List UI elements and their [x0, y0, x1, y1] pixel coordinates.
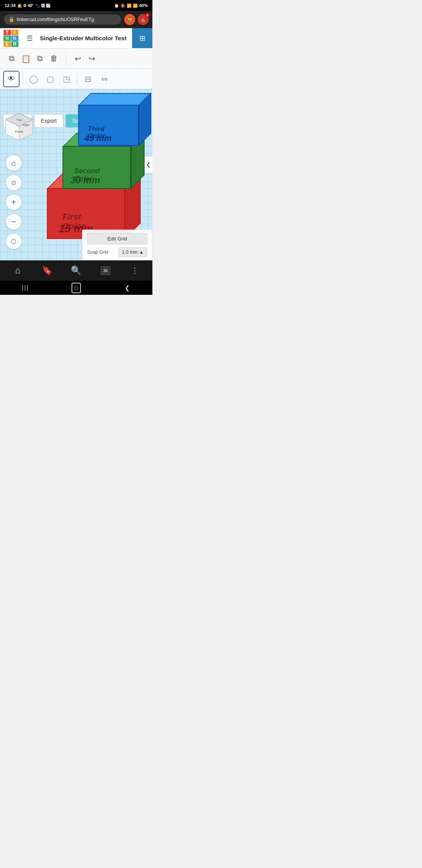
fit-view-button[interactable]: ⊡	[5, 174, 22, 191]
url-text: tinkercad.com/things/bUOSRFeuETg	[17, 17, 94, 22]
home-button-icon: ○	[72, 283, 81, 293]
logo-letter-n: N	[4, 36, 11, 41]
eye-icon: 👁	[8, 75, 15, 83]
project-title-text: Single-Extruder Multicolor Test	[40, 35, 126, 41]
snap-grid-label: Snap Grid	[87, 249, 108, 255]
duplicate-button[interactable]: ⧉	[33, 52, 47, 66]
media-icons: 🐾 🖼 🔄	[35, 4, 51, 8]
home-nav-icon: ⌂	[15, 265, 20, 276]
perspective-icon: ⬡	[11, 238, 16, 245]
3d-boxes-scene: FirstColor 15 mm SecondColor 30 mm Third…	[39, 90, 152, 239]
lock-icon: 🔒	[9, 17, 14, 22]
zoom-out-icon: −	[11, 217, 16, 226]
shape-icon: ◯	[29, 74, 38, 84]
status-left: 12:34 🔔 ⚙ 48° 🐾 🖼 🔄	[5, 3, 50, 8]
tinkercad-logo: T I N K E R	[0, 28, 22, 48]
redo-icon: ↪	[89, 54, 95, 63]
svg-text:Top: Top	[16, 118, 22, 122]
duplicate-icon: ⧉	[37, 54, 43, 63]
cube-navigator[interactable]: Front Right Top	[2, 111, 37, 146]
alarm-icon: ⏰	[114, 4, 119, 8]
grid-view-icon: ⊞	[139, 34, 145, 43]
adblocker-button[interactable]: △ 5	[138, 14, 148, 25]
snap-grid-row: Snap Grid 1.0 mm ▲	[87, 247, 147, 257]
bottom-nav: ⌂ 🔖 🔍 36 ⋮	[0, 260, 152, 281]
browser-bar: 🔒 tinkercad.com/things/bUOSRFeuETg 🦁 △ 5	[0, 11, 152, 28]
paste-icon: 📋	[21, 54, 31, 63]
browser-right: 🦁 △ 5	[124, 14, 148, 25]
view-separator	[23, 73, 23, 85]
nav-bookmark-button[interactable]: 🔖	[38, 261, 56, 280]
recent-apps-button[interactable]: |||	[14, 281, 37, 295]
back-button[interactable]: ❮	[115, 281, 139, 295]
copy-icon: ⧉	[9, 54, 14, 63]
logo-letter-i: I	[11, 30, 19, 35]
mirror-button[interactable]: ⇔	[97, 72, 112, 86]
nav-more-button[interactable]: ⋮	[125, 261, 144, 280]
home-row: ||| ○ ❮	[0, 281, 152, 295]
bookmark-icon: 🔖	[42, 265, 52, 276]
home-view-button[interactable]: ⌂	[5, 155, 22, 171]
zoom-in-icon: +	[11, 198, 16, 207]
align-icon: ⊟	[85, 74, 91, 84]
copy-button[interactable]: ⧉	[5, 52, 19, 66]
status-bar: 12:34 🔔 ⚙ 48° 🐾 🖼 🔄 ⏰ 🔇 📶 📶 40%	[0, 0, 152, 11]
logo-letter-k: K	[11, 36, 19, 41]
tabs-count-badge: 36	[101, 266, 110, 275]
box-blue-container: ThirdColor 45 mm	[78, 101, 150, 146]
brave-browser-icon[interactable]: 🦁	[124, 14, 135, 25]
grid-controls-panel: Edit Grid Snap Grid 1.0 mm ▲	[82, 230, 152, 260]
mirror-icon: ⇔	[101, 74, 108, 84]
nav-home-button[interactable]: ⌂	[8, 261, 27, 280]
project-title: Single-Extruder Multicolor Test	[38, 28, 132, 48]
nav-tabs-button[interactable]: 36	[96, 261, 115, 280]
shape-mode-button[interactable]: ◯	[26, 72, 41, 86]
undo-icon: ↩	[75, 54, 81, 63]
nav-search-button[interactable]: 🔍	[67, 261, 86, 280]
snap-value-text: 1.0 mm	[122, 249, 138, 255]
signal-icon: 📶	[133, 4, 138, 8]
zoom-controls: ⌂ ⊡ + − ⬡	[5, 155, 22, 249]
history-tools-group: ↩ ↪	[71, 52, 104, 66]
redo-button[interactable]: ↪	[85, 52, 99, 66]
wifi-icon: 📶	[127, 4, 131, 8]
view-mode-button[interactable]: 👁	[3, 71, 20, 87]
mute-icon: 🔇	[120, 4, 125, 8]
view-tools-bar: 👁 ◯ ▢ ◳ ⊟ ⇔	[0, 69, 152, 89]
group-button[interactable]: ▢	[43, 72, 57, 86]
adblocker-badge: 5	[145, 13, 150, 18]
grid-view-button[interactable]: ⊞	[132, 28, 152, 48]
align-button[interactable]: ⊟	[80, 72, 95, 86]
dropdown-arrow-icon: ▲	[139, 249, 144, 255]
url-bar[interactable]: 🔒 tinkercad.com/things/bUOSRFeuETg	[4, 14, 121, 25]
zoom-in-button[interactable]: +	[5, 194, 22, 210]
logo-grid: T I N K E R	[4, 30, 18, 47]
group-icon: ▢	[46, 74, 54, 84]
home-button[interactable]: ○	[64, 281, 88, 295]
more-options-icon: ⋮	[131, 266, 138, 275]
logo-letter-r: R	[11, 41, 19, 47]
ungroup-button[interactable]: ◳	[59, 72, 74, 86]
perspective-button[interactable]: ⬡	[5, 233, 22, 249]
ungroup-icon: ◳	[63, 74, 70, 84]
paste-button[interactable]: 📋	[19, 52, 33, 66]
svg-text:Right: Right	[23, 124, 30, 127]
menu-icon: ☰	[27, 34, 33, 43]
snap-value-selector[interactable]: 1.0 mm ▲	[118, 247, 147, 257]
edit-tools-group: ⧉ 📋 ⧉ 🗑	[5, 52, 66, 66]
fit-icon: ⊡	[11, 179, 16, 186]
logo-letter-t: T	[4, 30, 11, 35]
tinkercad-header: T I N K E R ☰ Single-Extruder Multicolor…	[0, 28, 152, 48]
notification-icons: 🔔 ⚙ 48°	[17, 4, 34, 8]
edit-grid-button[interactable]: Edit Grid	[87, 233, 147, 244]
undo-button[interactable]: ↩	[71, 52, 85, 66]
canvas-area[interactable]: 👁 ◯ ▢ ◳ ⊟ ⇔ Import Export Send To	[0, 69, 152, 260]
delete-button[interactable]: 🗑	[47, 52, 61, 66]
back-icon: ❮	[125, 284, 130, 292]
menu-button[interactable]: ☰	[22, 28, 38, 48]
zoom-out-button[interactable]: −	[5, 213, 22, 230]
time-display: 12:34	[5, 3, 16, 8]
svg-text:Front: Front	[15, 130, 23, 133]
toolbar: ⧉ 📋 ⧉ 🗑 ↩ ↪	[0, 48, 152, 69]
box-blue-height: 45 mm	[84, 133, 112, 143]
